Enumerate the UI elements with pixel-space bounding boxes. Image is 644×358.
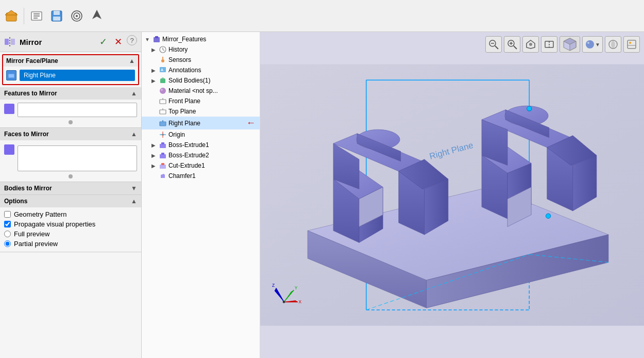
viewport: ▼ [260,32,644,358]
boss2-icon [159,151,167,159]
svg-marker-20 [6,147,12,153]
features-to-mirror-header[interactable]: Features to Mirror ▲ [0,87,141,100]
full-preview-radio[interactable] [4,231,11,237]
faces-to-mirror-header[interactable]: Faces to Mirror ▲ [0,128,141,140]
home-icon[interactable] [2,7,21,25]
display-mode-icon[interactable]: ▼ [582,36,603,53]
mirror-icon [4,36,15,47]
faces-text-box[interactable] [18,145,137,171]
right-plane-label: Right Plane [168,120,244,127]
tree-root[interactable]: ▼ Mirror_Features [142,34,260,44]
cube-icon[interactable] [560,36,580,53]
boss-extrude1-label: Boss-Extrude1 [168,141,256,149]
options-toggle[interactable]: ▲ [131,198,137,205]
geometry-pattern-checkbox[interactable] [4,211,11,218]
history-icon [159,45,167,54]
propagate-label: Propagate visual properties [14,220,95,228]
tree-boss-extrude2[interactable]: ▶ Boss-Extrude2 [142,150,260,160]
origin-icon [159,131,167,139]
root-expand-icon: ▼ [144,36,151,43]
features-icon [4,104,14,114]
cut-extrude1-label: Cut-Extrude1 [168,162,256,169]
bodies-toggle[interactable]: ▼ [131,185,137,192]
mirror-face-toggle[interactable]: ▲ [129,57,135,64]
chamfer1-label: Chamfer1 [168,172,256,180]
svg-point-66 [629,42,631,44]
mirror-face-content: Right Plane [3,67,138,84]
tree-right-plane[interactable]: Right Plane ← [142,117,260,129]
view-icon[interactable] [522,36,539,53]
material-expand-icon [150,87,157,94]
tree-sensors[interactable]: Sensors [142,55,260,65]
cancel-button[interactable]: ✕ [112,35,125,48]
svg-rect-43 [160,154,166,158]
svg-rect-41 [160,144,166,148]
svg-marker-47 [161,174,165,178]
save-icon[interactable] [47,7,66,25]
appearance-icon[interactable] [605,36,621,53]
tree-annotations[interactable]: ▶ A Annotations [142,65,260,75]
tree-solid-bodies[interactable]: ▶ Solid Bodies(1) [142,75,260,86]
sensors-expand-icon [150,56,157,63]
svg-point-56 [529,43,532,46]
selected-plane[interactable]: Right Plane [20,70,135,81]
arrow-indicator: ← [246,118,256,128]
geometry-pattern-label: Geometry Pattern [14,210,67,218]
help-button[interactable]: ? [127,35,137,45]
tree-cut-extrude1[interactable]: ▶ Cut-Extrude1 [142,160,260,171]
svg-text:X: X [299,299,302,304]
propagate-checkbox[interactable] [4,221,11,227]
mirror-face-section: Mirror Face/Plane ▲ Right Plane [2,54,139,85]
zoom-fit-icon[interactable] [504,36,520,53]
features-input-row [4,103,137,117]
svg-point-62 [586,40,594,48]
svg-text:Y: Y [295,285,298,290]
svg-rect-28 [160,79,165,83]
target-icon[interactable] [67,7,86,25]
svg-point-31 [161,89,163,91]
bodies-to-mirror-title: Bodies to Mirror [4,185,131,192]
tree-history[interactable]: ▶ History [142,44,260,55]
svg-rect-16 [8,74,14,78]
zoom-icon[interactable] [485,36,502,53]
origin-expand-icon [150,131,157,138]
features-text-box[interactable] [18,103,137,117]
svg-marker-12 [92,10,101,19]
tree-top-plane[interactable]: Top Plane [142,106,260,117]
confirm-button[interactable]: ✓ [97,35,110,48]
geometry-pattern-row: Geometry Pattern [4,210,137,218]
right-plane-icon [159,119,167,127]
svg-marker-29 [160,77,165,79]
svg-point-114 [283,301,285,303]
chamfer1-icon [159,172,167,180]
section-view-icon[interactable] [541,36,557,53]
tree-material[interactable]: Material <not sp... [142,86,260,96]
faces-toggle[interactable]: ▲ [131,131,137,138]
svg-point-30 [160,88,166,94]
nav-arrow-icon[interactable] [88,7,106,25]
tree-chamfer1[interactable]: Chamfer1 [142,171,260,181]
tree-front-plane[interactable]: Front Plane [142,96,260,106]
options-header[interactable]: Options ▲ [0,195,141,207]
svg-rect-13 [5,39,9,45]
boss1-icon [159,141,167,149]
propagate-row: Propagate visual properties [4,220,137,228]
top-plane-icon [159,107,167,116]
bodies-to-mirror-header[interactable]: Bodies to Mirror ▼ [0,182,141,194]
right-plane-expand-icon [150,120,157,127]
svg-text:Z: Z [272,283,275,288]
panel-actions: ✓ ✕ ? [97,35,137,48]
options-section: Options ▲ Geometry Pattern Propagate vis… [0,195,141,252]
partial-preview-radio[interactable] [4,240,11,247]
tree-boss-extrude1[interactable]: ▶ Boss-Extrude1 [142,140,260,150]
scene-icon[interactable] [623,36,640,53]
options-title: Options [4,198,131,205]
features-toggle[interactable]: ▲ [131,90,137,97]
list-icon[interactable] [27,7,46,25]
material-label: Material <not sp... [168,87,256,94]
partial-preview-label: Partial preview [14,240,58,248]
mirror-face-header[interactable]: Mirror Face/Plane ▲ [3,55,138,67]
svg-point-24 [161,59,164,62]
tree-origin[interactable]: Origin [142,129,260,140]
svg-line-52 [514,46,517,49]
